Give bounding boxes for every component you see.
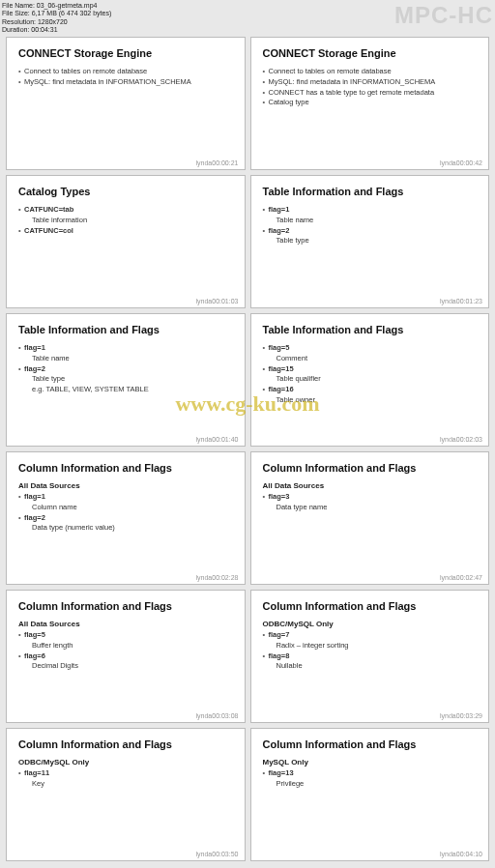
bullet-item: flag=13 [263, 768, 478, 778]
slide-title: Column Information and Flags [18, 462, 233, 474]
bullet-item: Table type [18, 374, 233, 384]
bullet-list: flag=3Data type name [263, 492, 478, 512]
bullet-item: Table information [18, 216, 233, 225]
slide-title: CONNECT Storage Engine [263, 47, 478, 59]
slide-title: Column Information and Flags [263, 600, 478, 612]
bullet-list: Connect to tables on remote databaseMySQ… [18, 67, 233, 87]
bullet-item: flag=6 [18, 651, 233, 661]
slide-footer: lynda00:01:40 [196, 436, 239, 443]
bullet-item: flag=8 [263, 651, 478, 661]
bullet-list: CATFUNC=tabTable informationCATFUNC=col [18, 205, 233, 235]
bullet-item: Table name [263, 216, 478, 225]
bullet-item: Privilege [263, 779, 478, 789]
slide: Column Information and FlagsMySQL Onlyfl… [250, 728, 490, 861]
slide-title: Column Information and Flags [263, 738, 478, 750]
slide-title: Column Information and Flags [18, 738, 233, 750]
meta-filesize: File Size: 6,17 MB (6 474 302 bytes) [2, 10, 111, 17]
bullet-list: flag=5Buffer lengthflag=6Decimal Digits [18, 630, 233, 671]
slide-footer: lynda00:01:03 [196, 298, 239, 304]
bullet-item: flag=5 [263, 343, 478, 353]
slide-footer: lynda00:03:29 [440, 712, 482, 719]
bullet-item: Data type (numeric value) [18, 523, 233, 533]
slide: Column Information and FlagsODBC/MySQL O… [250, 590, 490, 723]
bullet-item: Catalog type [263, 98, 478, 107]
bullet-list: flag=1Table nameflag=2Table type [263, 205, 478, 246]
slide: CONNECT Storage EngineConnect to tables … [250, 37, 490, 170]
slide-footer: lynda00:02:03 [440, 436, 482, 443]
bullet-item: flag=2 [263, 226, 478, 236]
bullet-item: flag=7 [263, 630, 478, 640]
slide-footer: lynda00:02:28 [196, 574, 239, 581]
bullet-item: flag=1 [18, 343, 233, 353]
slide-title: Table Information and Flags [18, 324, 233, 335]
bullet-item: Table type [263, 236, 478, 246]
slide-footer: lynda00:02:47 [440, 574, 482, 581]
bullet-item: CONNECT has a table type to get remote m… [263, 88, 478, 98]
slide: Table Information and Flagsflag=1Table n… [250, 175, 490, 308]
bullet-item: MySQL: find metadata in INFORMATION_SCHE… [263, 77, 478, 87]
slide: CONNECT Storage EngineConnect to tables … [6, 37, 246, 170]
bullet-item: flag=2 [18, 364, 233, 374]
slide-footer: lynda00:04:10 [440, 851, 482, 857]
slide-grid: CONNECT Storage EngineConnect to tables … [6, 37, 489, 861]
header: File Name: 03_06-getmeta.mp4 File Size: … [2, 2, 493, 35]
slide-title: Table Information and Flags [263, 186, 478, 197]
slide: Catalog TypesCATFUNC=tabTable informatio… [6, 175, 246, 308]
bullet-item: flag=2 [18, 513, 233, 523]
bullet-item: CATFUNC=tab [18, 205, 233, 215]
slide-footer: lynda00:00:42 [440, 159, 482, 166]
bullet-list: flag=1Column nameflag=2Data type (numeri… [18, 492, 233, 533]
slide-subtitle: ODBC/MySQL Only [263, 620, 478, 628]
bullet-item: Key [18, 779, 233, 789]
bullet-item: Connect to tables on remote database [18, 67, 233, 76]
slide-footer: lynda00:03:08 [196, 712, 239, 719]
slide-footer: lynda00:00:21 [196, 159, 239, 166]
slide-subtitle: All Data Sources [18, 481, 233, 490]
bullet-list: flag=1Table nameflag=2Table typee.g. TAB… [18, 343, 233, 394]
bullet-item: Column name [18, 503, 233, 512]
bullet-item: Table owner [263, 395, 478, 405]
bullet-item: Connect to tables on remote database [263, 67, 478, 76]
slide: Column Information and FlagsODBC/MySQL O… [6, 728, 246, 861]
bullet-list: flag=7Radix – integer sortingflag=8Nulla… [263, 630, 478, 671]
bullet-list: flag=13Privilege [263, 768, 478, 789]
bullet-item: e.g. TABLE, VIEW, SYSTEM TABLE [18, 385, 233, 394]
meta-filename: File Name: 03_06-getmeta.mp4 [2, 2, 111, 10]
slide-title: Column Information and Flags [263, 462, 478, 474]
bullet-list: Connect to tables on remote databaseMySQ… [263, 67, 478, 107]
slide-footer: lynda00:03:50 [196, 851, 239, 857]
slide-subtitle: ODBC/MySQL Only [18, 758, 233, 767]
bullet-item: Table name [18, 354, 233, 363]
slide-subtitle: MySQL Only [263, 758, 478, 767]
bullet-item: flag=3 [263, 492, 478, 502]
bullet-item: Decimal Digits [18, 661, 233, 671]
slide-title: Column Information and Flags [18, 600, 233, 612]
bullet-item: Nullable [263, 661, 478, 671]
bullet-item: flag=1 [18, 492, 233, 502]
slide-title: CONNECT Storage Engine [18, 47, 233, 59]
bullet-item: Comment [263, 354, 478, 363]
meta-duration: Duration: 00:04:31 [2, 26, 111, 34]
slide-subtitle: All Data Sources [18, 620, 233, 628]
slide-footer: lynda00:01:23 [440, 298, 482, 304]
slide: Column Information and FlagsAll Data Sou… [6, 590, 246, 723]
bullet-item: flag=5 [18, 630, 233, 640]
bullet-item: MySQL: find metadata in INFORMATION_SCHE… [18, 77, 233, 87]
app-title: MPC-HC [394, 2, 493, 29]
slide-title: Catalog Types [18, 186, 233, 197]
slide: Column Information and FlagsAll Data Sou… [250, 451, 490, 585]
bullet-item: CATFUNC=col [18, 226, 233, 236]
bullet-item: flag=15 [263, 364, 478, 374]
bullet-item: flag=16 [263, 385, 478, 394]
bullet-list: flag=5Commentflag=15Table qualifierflag=… [263, 343, 478, 405]
slide: Table Information and Flagsflag=5Comment… [250, 313, 490, 447]
bullet-item: flag=11 [18, 768, 233, 778]
slide: Table Information and Flagsflag=1Table n… [6, 313, 246, 447]
slide-subtitle: All Data Sources [263, 481, 478, 490]
file-meta: File Name: 03_06-getmeta.mp4 File Size: … [2, 2, 111, 35]
bullet-item: Buffer length [18, 641, 233, 651]
bullet-item: Table qualifier [263, 374, 478, 384]
slide: Column Information and FlagsAll Data Sou… [6, 451, 246, 585]
bullet-list: flag=11Key [18, 768, 233, 789]
slide-title: Table Information and Flags [263, 324, 478, 335]
